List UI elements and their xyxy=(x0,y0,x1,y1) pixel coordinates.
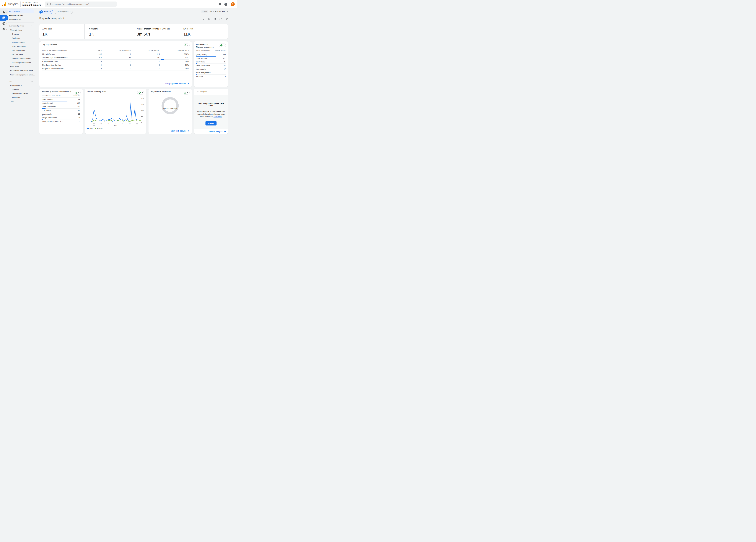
card-status-dropdown[interactable] xyxy=(183,44,190,47)
all-users-label: All Users xyxy=(44,11,51,13)
view-tech-details-link[interactable]: View tech details xyxy=(171,130,189,132)
date-mode-badge: Custom xyxy=(201,10,208,13)
metric-average-engagement-time-per-active-user: Average engagement time per active user3… xyxy=(132,24,179,39)
add-comparison-button[interactable]: Add comparison + xyxy=(55,10,73,14)
all-users-chip[interactable]: A All Users xyxy=(39,10,53,14)
value-cell: 2 xyxy=(131,60,160,63)
breadcrumb-all-accounts[interactable]: All accounts xyxy=(22,2,31,4)
breadcrumb-account[interactable]: texlabs xyxy=(33,2,38,4)
source-row: t.co / referral35 xyxy=(196,60,226,64)
chevron-down-icon xyxy=(187,45,188,46)
rail-item-home[interactable]: Home xyxy=(0,10,8,15)
metric-label: Event count xyxy=(183,28,228,30)
nav-item-user-attributes[interactable]: User attributes xyxy=(8,83,35,87)
line-chart: 05010015020012Oct192602Nov091623 xyxy=(87,95,144,127)
metric-label: Active users xyxy=(42,28,84,30)
value-cell: 0.0% xyxy=(160,67,189,70)
rail-item-label: Reports xyxy=(7,17,7,19)
column-header[interactable]: PAGE TITLE AND SCREEN CLASS xyxy=(42,49,67,51)
nav-item-realtime-overview[interactable]: Realtime overview xyxy=(8,13,35,17)
nav-item-lead-acquisition[interactable]: Lead acquisition xyxy=(8,48,35,52)
nav-section-user[interactable]: User xyxy=(8,79,35,83)
nav-item-understand-web-and-or-app-t-[interactable]: Understand web and/or app t… xyxy=(8,69,35,73)
learn-more-link[interactable]: Learn more xyxy=(213,116,222,117)
card-status-dropdown[interactable] xyxy=(183,91,190,94)
nav-item-landing-page[interactable]: Landing page xyxy=(8,52,35,56)
column-header[interactable]: VIEWS xyxy=(97,49,102,51)
chevron-down-icon xyxy=(160,91,161,92)
view-all-insights-link[interactable]: View all insights xyxy=(209,130,226,133)
analytics-logo-icon[interactable] xyxy=(2,2,6,6)
nav-item-tech[interactable]: Tech xyxy=(8,99,35,104)
table-row: Nhà thám hiểm nửa đêm0230.0% xyxy=(42,63,189,67)
chevron-down-icon xyxy=(223,45,225,46)
chevron-down-icon xyxy=(142,92,143,93)
notes-icon[interactable] xyxy=(202,18,204,20)
column-header[interactable]: EVENT COUNT xyxy=(149,49,160,51)
column-header[interactable]: ACTIVE USERS xyxy=(119,49,131,51)
insights-icon[interactable] xyxy=(219,18,222,20)
rail-item-explore[interactable]: Explore xyxy=(0,21,8,26)
nav-item-traffic-acquisition[interactable]: Traffic acquisition xyxy=(8,44,35,48)
value-cell: 0 xyxy=(73,60,102,63)
svg-text:23: 23 xyxy=(136,123,138,125)
metric-event-count: Event count11K xyxy=(179,24,228,39)
search-input[interactable] xyxy=(50,3,115,5)
value-cell: 1 xyxy=(102,60,131,63)
share-icon[interactable] xyxy=(213,18,216,20)
edit-icon[interactable] xyxy=(225,18,228,20)
nav-section-business-objectives[interactable]: Business objectives xyxy=(8,24,35,28)
nav-item-lead-disqualification-and-l-[interactable]: Lead disqualification and l… xyxy=(8,60,35,65)
row-label: (direct) / (none) xyxy=(42,99,77,100)
nav-item-user-acquisition-cohorts[interactable]: User acquisition cohorts xyxy=(8,56,35,60)
nav-item-reports-snapshot[interactable]: Reports snapshot xyxy=(8,9,34,13)
column-header[interactable]: SESSION SOURCE / MEDIU… xyxy=(42,95,73,96)
check-circle-icon xyxy=(75,91,77,94)
nav-item-drive-sales[interactable]: Drive sales xyxy=(8,65,35,69)
breadcrumb: All accounts › texlabs midnight-explore xyxy=(22,2,43,7)
nav-item-view-user-engagement-rete-[interactable]: View user engagement & rete… xyxy=(8,73,35,77)
create-insight-button[interactable]: Create xyxy=(205,121,217,125)
value-cell: 8.3% xyxy=(160,56,189,59)
apps-grid-icon[interactable] xyxy=(219,3,221,5)
svg-text:150: 150 xyxy=(141,103,144,105)
svg-text:09: 09 xyxy=(122,123,124,125)
nav-item-overview[interactable]: Overview xyxy=(8,32,35,36)
rail-item-reports[interactable]: Reports xyxy=(0,15,8,21)
nav-item-generate-leads[interactable]: Generate leads xyxy=(8,28,35,32)
nav-item-audiences[interactable]: Audiences xyxy=(8,36,35,40)
nav-item-user-acquisition[interactable]: User acquisition xyxy=(8,40,35,44)
plus-icon: + xyxy=(70,11,71,13)
card-status-dropdown[interactable] xyxy=(74,91,81,94)
nav-section-label: Business objectives xyxy=(9,25,24,27)
nav-item-overview[interactable]: Overview xyxy=(8,87,35,91)
row-value: 5 xyxy=(225,75,226,77)
column-header[interactable]: FIRST USER SOURC… xyxy=(196,50,215,52)
avatar[interactable]: T xyxy=(231,2,235,6)
column-header[interactable]: BOUNCE RATE xyxy=(178,49,189,51)
rail-item-advertising[interactable]: Advertising xyxy=(0,26,8,32)
page-title-cell: Explorateur de minuit xyxy=(42,60,73,63)
help-icon[interactable]: ? xyxy=(224,3,227,6)
audience-badge: A xyxy=(40,10,43,13)
date-range-picker[interactable]: Custom Oct 6 - Nov 26, 2025 xyxy=(201,10,228,13)
card-status-dropdown[interactable] xyxy=(219,44,226,47)
property-selector[interactable]: midnight-explore xyxy=(22,4,43,7)
column-header[interactable]: SESSIONS xyxy=(73,95,80,96)
row-label: vercel.com / referral xyxy=(196,65,224,66)
nav-item-audiences[interactable]: Audiences xyxy=(8,95,35,99)
view-pages-link[interactable]: View pages and screens xyxy=(165,83,189,85)
value-bar xyxy=(42,101,67,101)
compare-icon[interactable] xyxy=(208,18,210,20)
column-header[interactable]: ACTIVE USERS xyxy=(215,50,226,52)
card-status-dropdown[interactable] xyxy=(137,91,144,94)
explore-icon xyxy=(2,22,5,25)
row-label: bing / organic xyxy=(42,113,78,115)
main-content: A All Users Add comparison + Custom Oct … xyxy=(35,8,237,135)
search-bar[interactable] xyxy=(45,2,117,7)
nav-item-demographic-details[interactable]: Demographic details xyxy=(8,91,35,95)
metric-name[interactable]: Key events xyxy=(151,91,160,93)
nav-item-realtime-pages[interactable]: Realtime pages xyxy=(8,17,35,21)
chart-legend: new returning xyxy=(87,128,144,129)
value-bar xyxy=(42,119,43,120)
